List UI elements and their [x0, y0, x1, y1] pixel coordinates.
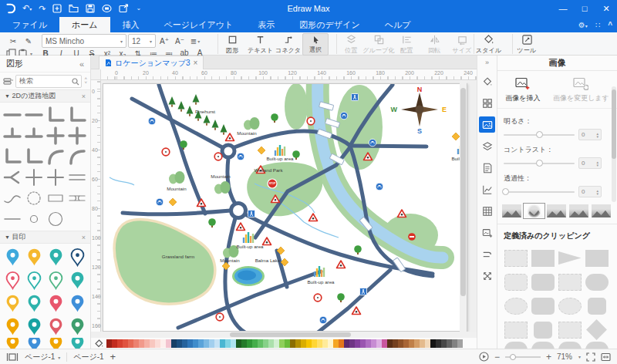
color-swatch[interactable] [279, 339, 285, 348]
color-swatch[interactable] [117, 339, 123, 348]
color-swatch[interactable] [263, 339, 268, 348]
map-pin-shape[interactable] [23, 315, 45, 338]
zoom-caret[interactable]: ▾ [578, 354, 581, 359]
color-swatch[interactable] [344, 339, 349, 348]
close-section-icon[interactable]: × [82, 93, 86, 100]
map-pin-shape[interactable] [45, 338, 66, 349]
menu-tab-1[interactable]: ホーム [59, 17, 110, 32]
settings-gear-icon[interactable]: ⚙▾ [578, 21, 588, 29]
road-shape-t[interactable] [23, 125, 45, 146]
search-icon[interactable] [72, 78, 79, 86]
panel-scrollbar-thumb[interactable] [612, 89, 616, 159]
map-pin-shape[interactable] [2, 292, 23, 315]
filter-preset-0[interactable] [502, 204, 521, 217]
slider-value-2[interactable]: 0▴▾ [578, 186, 602, 197]
color-swatch[interactable] [252, 339, 258, 348]
font-family-select[interactable]: MS Mincho▾ [42, 34, 126, 48]
color-swatch[interactable] [182, 339, 187, 348]
road-shape-curve-s[interactable] [2, 187, 23, 208]
slider-track-1[interactable] [504, 163, 575, 164]
table-icon[interactable] [479, 203, 495, 219]
zoom-in-button[interactable]: + [546, 352, 551, 362]
page-overview-icon[interactable] [6, 352, 19, 362]
insert-image-button[interactable]: 画像を挿入 [505, 77, 540, 103]
map-pin-shape[interactable] [23, 268, 45, 292]
map-pin-shape[interactable] [23, 245, 45, 268]
slider-handle-0[interactable] [536, 131, 543, 138]
color-swatch[interactable] [155, 339, 160, 348]
color-swatch[interactable] [128, 339, 133, 348]
scroll-down-icon[interactable]: ˅ [84, 81, 87, 85]
color-swatch[interactable] [274, 339, 279, 348]
clip-shape-rect-light[interactable] [556, 270, 583, 294]
font-size-select[interactable]: 12▾ [128, 34, 156, 48]
map-pin-shape[interactable] [66, 268, 88, 292]
shrink-font-button[interactable]: A⁻ [173, 35, 187, 48]
color-swatch[interactable] [112, 339, 117, 348]
color-swatch[interactable] [258, 339, 263, 348]
color-swatch[interactable] [457, 339, 463, 348]
color-swatch[interactable] [355, 339, 360, 348]
road-shape-cross-thin[interactable] [45, 167, 66, 187]
road-shape-cross[interactable] [66, 125, 88, 146]
zoom-out-button[interactable]: − [494, 352, 500, 362]
road-shape-h[interactable] [2, 104, 23, 125]
color-swatch[interactable] [214, 339, 220, 348]
close-button[interactable]: ✕ [595, 0, 617, 17]
chart-icon[interactable] [479, 181, 495, 197]
clip-shape-rrect[interactable] [529, 270, 556, 294]
menu-tab-4[interactable]: 表示 [245, 17, 287, 32]
color-swatch[interactable] [328, 339, 333, 348]
color-swatch[interactable] [447, 339, 452, 348]
color-swatch[interactable] [268, 339, 274, 348]
minimize-button[interactable]: — [552, 0, 574, 17]
color-swatch[interactable] [209, 339, 214, 348]
color-swatch[interactable] [371, 339, 376, 348]
color-swatch[interactable] [231, 339, 236, 348]
fill-style-icon[interactable] [479, 73, 495, 89]
map-pin-shape[interactable] [45, 268, 66, 292]
map-pin-shape[interactable] [45, 315, 66, 338]
map-pin-shape[interactable] [23, 338, 45, 349]
clip-shape-pill-cut[interactable] [556, 342, 583, 349]
color-swatch[interactable] [387, 339, 393, 348]
color-swatch[interactable] [285, 339, 290, 348]
vertical-scrollbar-thumb[interactable] [460, 88, 466, 296]
color-swatch[interactable] [301, 339, 306, 348]
map-pin-shape[interactable] [23, 292, 45, 315]
collapse-ribbon-icon[interactable]: ^ [608, 21, 612, 29]
menu-tab-5[interactable]: 図形のデザイン [287, 17, 372, 32]
color-swatch[interactable] [306, 339, 312, 348]
road-shape-circle-lg[interactable] [45, 208, 66, 229]
horizontal-scrollbar-thumb[interactable] [230, 332, 351, 337]
select-tool-button[interactable]: 選択 [302, 33, 329, 56]
color-swatch[interactable] [220, 339, 225, 348]
color-swatch[interactable] [414, 339, 420, 348]
expand-strip-icon[interactable]: » [479, 57, 495, 68]
grow-font-button[interactable]: A⁺ [157, 35, 171, 48]
color-swatch[interactable] [393, 339, 398, 348]
color-swatch[interactable] [295, 339, 301, 348]
document-tab[interactable]: ロケーションマップ3 × [99, 56, 204, 69]
color-swatch[interactable] [376, 339, 382, 348]
menu-tab-0[interactable]: ファイル [0, 17, 59, 32]
color-swatch[interactable] [452, 339, 457, 348]
note-icon[interactable] [479, 160, 495, 176]
clip-shape-rect[interactable] [529, 246, 556, 270]
clip-shape-triangle[interactable] [556, 246, 583, 270]
close-section-icon[interactable]: × [82, 234, 86, 241]
filter-preset-3[interactable] [569, 204, 588, 217]
image-panel-icon[interactable] [479, 116, 495, 133]
slider-handle-2[interactable] [502, 188, 509, 195]
clip-shape-rsquare[interactable] [583, 294, 610, 318]
color-swatch[interactable] [166, 339, 171, 348]
menu-tab-2[interactable]: 挿入 [110, 17, 152, 32]
map-pin-shape[interactable] [66, 315, 88, 338]
style-button[interactable]: スタイル [475, 33, 501, 56]
color-swatch[interactable] [123, 339, 128, 348]
color-swatch[interactable] [150, 339, 155, 348]
add-page-button[interactable]: + [110, 351, 116, 362]
slider-track-0[interactable] [504, 134, 575, 136]
presentation-play-icon[interactable] [479, 352, 489, 362]
color-swatch[interactable] [425, 339, 430, 348]
